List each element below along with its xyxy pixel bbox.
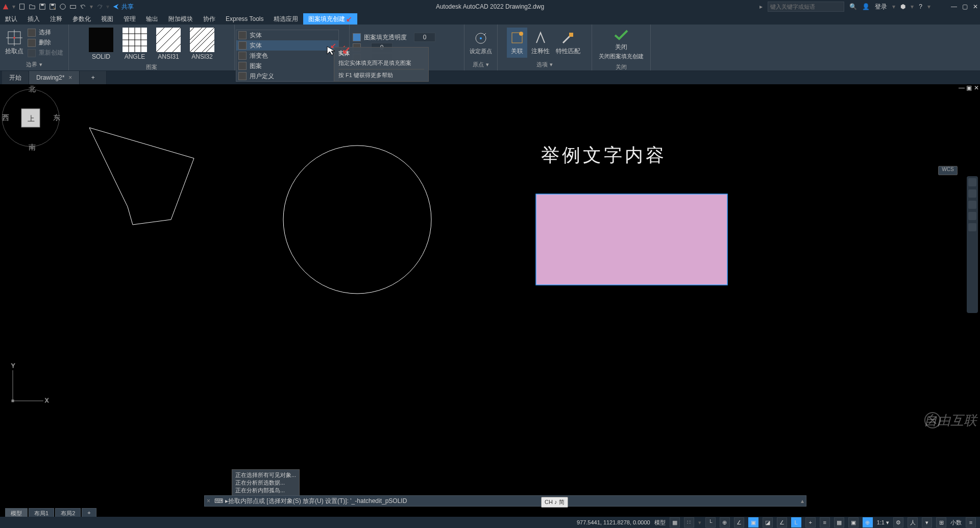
3dosnap-icon[interactable]: ◪ xyxy=(763,517,773,527)
type-item-4[interactable]: 用户定义 xyxy=(236,71,338,81)
web-icon[interactable] xyxy=(59,3,66,10)
menu-参数化[interactable]: 参数化 xyxy=(67,13,96,25)
svg-rect-0 xyxy=(20,4,24,10)
status-decimal[interactable]: 小数 xyxy=(950,519,962,526)
gear-icon[interactable]: ⚙ xyxy=(893,517,903,527)
rectangle-hatch[interactable] xyxy=(536,194,727,285)
cmdline-expand-icon[interactable]: ▴ xyxy=(801,497,804,505)
close-tab-icon[interactable]: × xyxy=(68,74,72,81)
watermark: 自由互联 xyxy=(924,412,977,429)
new-icon[interactable] xyxy=(18,3,26,10)
menu-管理[interactable]: 管理 xyxy=(118,13,141,25)
ime-indicator[interactable]: CH ♪ 简 xyxy=(541,497,568,508)
annotative-button[interactable]: 注释性 xyxy=(529,28,552,58)
user-icon[interactable]: 👤 xyxy=(862,3,870,10)
panel-boundary-label[interactable]: 边界 ▾ xyxy=(1,60,67,69)
status-model[interactable]: 模型 xyxy=(654,519,666,526)
swatch-ANGLE[interactable]: ANGLE xyxy=(120,26,149,62)
menu-输出[interactable]: 输出 xyxy=(141,13,163,25)
customize-icon[interactable]: ≡ xyxy=(966,517,976,527)
login-label[interactable]: 登录 xyxy=(875,3,887,11)
snap-toggle-icon[interactable]: ∷ xyxy=(684,517,694,527)
ortho-toggle-icon[interactable]: └ xyxy=(705,517,716,527)
units-icon[interactable]: ⊞ xyxy=(936,517,946,527)
close-hatch-button[interactable]: 关闭 关闭图案填充创建 xyxy=(597,26,646,62)
menu-附加模块[interactable]: 附加模块 xyxy=(163,13,198,25)
exchange-icon[interactable]: ⬢ xyxy=(900,3,905,10)
match-props-button[interactable]: 特性匹配 xyxy=(554,28,582,58)
panel-origin-label[interactable]: 原点 ▾ xyxy=(465,60,496,69)
window-maximize-button[interactable]: ▢ xyxy=(962,3,968,10)
dynucs-icon[interactable]: L xyxy=(791,517,801,527)
dyninput-icon[interactable]: + xyxy=(805,517,816,527)
undo-icon[interactable] xyxy=(80,3,87,10)
window-close-button[interactable]: ✕ xyxy=(973,3,978,10)
status-scale[interactable]: 1:1 ▾ xyxy=(877,519,889,526)
search-icon[interactable]: 🔍 xyxy=(849,3,857,10)
svg-point-5 xyxy=(60,4,66,10)
associative-button[interactable]: 关联 xyxy=(507,28,527,58)
sample-text[interactable]: 举例文字内容 xyxy=(541,143,667,168)
set-origin-button[interactable]: 设定原点 xyxy=(468,28,494,57)
menu-默认[interactable]: 默认 xyxy=(0,13,22,25)
pan-icon[interactable] xyxy=(968,189,976,198)
delete-button[interactable]: 删除 xyxy=(26,38,65,48)
type-item-3[interactable]: 图案 xyxy=(236,61,338,71)
redo-icon[interactable] xyxy=(96,3,103,10)
steering-wheel-icon[interactable] xyxy=(968,178,976,186)
window-minimize-button[interactable]: — xyxy=(951,3,957,10)
workspace-icon[interactable]: ▾ xyxy=(922,517,932,527)
view-cube[interactable]: 北 南 西 东 上 xyxy=(0,84,61,152)
menu-精选应用[interactable]: 精选应用 xyxy=(268,13,303,25)
cmdline-close-icon[interactable]: × xyxy=(207,497,210,505)
menu-图案填充创建[interactable]: 图案填充创建↙ xyxy=(303,13,357,25)
open-icon[interactable] xyxy=(29,3,36,10)
showmotion-icon[interactable] xyxy=(968,223,976,231)
tab-drawing2[interactable]: Drawing2*× xyxy=(29,71,80,84)
orbit-icon[interactable] xyxy=(968,212,976,220)
navigation-bar[interactable] xyxy=(967,176,978,313)
svg-rect-19 xyxy=(569,33,573,37)
transparency-icon[interactable]: ▦ xyxy=(834,517,844,527)
zoom-icon[interactable] xyxy=(968,201,976,209)
type-item-1[interactable]: 实体↙ xyxy=(236,40,338,51)
isodraft-icon[interactable]: ∠ xyxy=(734,517,744,527)
annotation-monitor-icon[interactable]: ⊕ xyxy=(863,517,873,527)
recreate-button[interactable]: 重新创建 xyxy=(26,48,65,58)
plot-icon[interactable] xyxy=(69,3,77,10)
tab-start[interactable]: 开始 xyxy=(2,71,29,84)
swatch-ANSI31[interactable]: ANSI31 xyxy=(154,26,183,62)
menu-Express Tools[interactable]: Express Tools xyxy=(220,13,268,25)
menu-协作[interactable]: 协作 xyxy=(198,13,220,25)
pick-point-button[interactable]: 拾取点 xyxy=(3,28,26,58)
selection-cycling-icon[interactable]: ▣ xyxy=(848,517,859,527)
select-button[interactable]: 选择 xyxy=(26,28,65,38)
help-icon[interactable]: ? xyxy=(919,3,922,10)
annoscale-icon[interactable]: 人 xyxy=(908,517,918,527)
grid-toggle-icon[interactable]: ▦ xyxy=(670,517,680,527)
swatch-SOLID[interactable]: SOLID xyxy=(87,26,115,62)
type-item-2[interactable]: 渐变色 xyxy=(236,51,338,61)
saveas-icon[interactable] xyxy=(49,3,56,10)
menu-视图[interactable]: 视图 xyxy=(96,13,118,25)
lineweight-icon[interactable]: ≡ xyxy=(820,517,830,527)
transparency-row[interactable]: 图案填充透明度0 xyxy=(351,32,463,42)
app-logo xyxy=(2,3,9,10)
wcs-label[interactable]: WCS xyxy=(938,166,958,175)
menu-注释[interactable]: 注释 xyxy=(45,13,67,25)
cmdline-text: ▸拾取内部点或 [选择对象(S) 放弃(U) 设置(T)]: '_-hatche… xyxy=(225,497,407,506)
command-line[interactable]: × ⌨ ▸拾取内部点或 [选择对象(S) 放弃(U) 设置(T)]: '_-ha… xyxy=(204,495,806,507)
menu-插入[interactable]: 插入 xyxy=(22,13,45,25)
circle-shape[interactable] xyxy=(283,146,431,294)
otrack-icon[interactable]: ∠ xyxy=(777,517,787,527)
type-item-0[interactable]: 实体 xyxy=(236,30,338,40)
polar-toggle-icon[interactable]: ⊕ xyxy=(720,517,730,527)
save-icon[interactable] xyxy=(39,3,46,10)
swatch-ANSI32[interactable]: ANSI32 xyxy=(188,26,216,62)
tab-add[interactable]: + xyxy=(80,71,107,84)
osnap-toggle-icon[interactable]: ▣ xyxy=(748,517,758,527)
polygon-shape[interactable] xyxy=(89,128,194,225)
share-button[interactable]: 共享 xyxy=(112,3,134,11)
panel-options-label[interactable]: 选项 ▾ xyxy=(499,60,591,69)
search-input[interactable] xyxy=(768,2,844,12)
